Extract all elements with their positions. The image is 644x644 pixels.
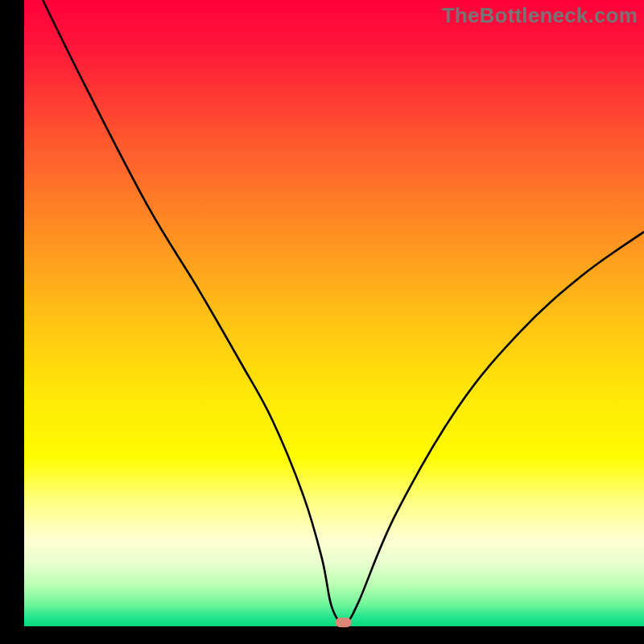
chart-background bbox=[24, 0, 644, 626]
chart-left-border bbox=[0, 0, 24, 644]
optimal-point-marker bbox=[336, 617, 352, 627]
chart-svg bbox=[0, 0, 644, 644]
bottleneck-chart: TheBottleneck.com bbox=[0, 0, 644, 644]
chart-bottom-border bbox=[0, 626, 644, 644]
